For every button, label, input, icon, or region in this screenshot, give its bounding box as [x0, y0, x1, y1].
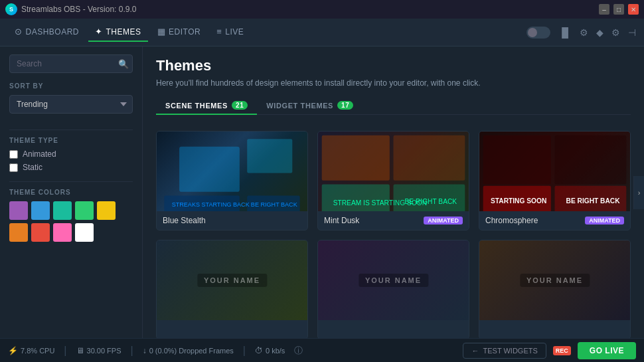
color-swatch-3[interactable] [75, 201, 94, 220]
bandwidth-icon: ⏱ [255, 346, 263, 355]
theme-card-blue-stealth[interactable]: Blue Stealth [156, 131, 308, 230]
sort-by-label: SORT BY [9, 82, 133, 90]
theme-image-r2c1 [157, 240, 307, 320]
bars-icon[interactable]: ▐▌ [558, 27, 572, 38]
dropped-value: 0 (0.0%) Dropped Frames [149, 347, 234, 355]
theme-label-r2c1 [157, 320, 307, 338]
theme-image-chromosphere [479, 132, 630, 211]
themes-header: Themes Here you'll find hundreds of desi… [143, 46, 644, 131]
color-swatch-0[interactable] [9, 201, 28, 220]
checkbox-static[interactable]: Static [9, 163, 133, 172]
nav-item-live[interactable]: ≡ LIVE [210, 23, 250, 42]
color-swatch-4[interactable] [97, 201, 116, 220]
content-area: Themes Here you'll find hundreds of desi… [143, 46, 644, 338]
tab-scene-badge: 21 [232, 101, 248, 110]
sort-select[interactable]: Trending Newest Popular [9, 95, 133, 114]
title-bar-left: S Streamlabs OBS - Version: 0.9.0 [5, 3, 136, 15]
theme-colors-label: THEME COLORS [9, 189, 133, 196]
theme-card-r2c2[interactable] [317, 240, 469, 338]
theme-label-r2c2 [318, 320, 469, 338]
nav-item-editor[interactable]: ▦ EDITOR [151, 23, 208, 42]
maximize-button[interactable]: □ [613, 4, 624, 15]
checkbox-animated-input[interactable] [9, 150, 18, 159]
title-bar: S Streamlabs OBS - Version: 0.9.0 – □ ✕ [0, 0, 644, 19]
fps-icon: 🖥 [76, 346, 84, 355]
page-description: Here you'll find hundreds of design elem… [156, 78, 631, 88]
theme-card-chromosphere[interactable]: Chromosphere ANIMATED [479, 131, 631, 230]
theme-label-mint-dusk: Mint Dusk ANIMATED [318, 211, 469, 230]
theme-card-r2c1[interactable] [156, 240, 308, 338]
cpu-icon: ⚡ [8, 346, 18, 355]
toggle-switch[interactable] [526, 27, 550, 39]
color-swatch-6[interactable] [31, 223, 50, 242]
bandwidth-value: 0 kb/s [266, 347, 285, 355]
editor-icon: ▦ [157, 27, 166, 37]
cpu-status: ⚡ 7.8% CPU [8, 346, 54, 355]
checkbox-animated[interactable]: Animated [9, 149, 133, 159]
dropped-status: ↓ 0 (0.0%) Dropped Frames [143, 346, 234, 355]
exit-icon[interactable]: ⊣ [628, 27, 636, 38]
color-swatch-2[interactable] [53, 201, 72, 220]
checkbox-static-input[interactable] [9, 163, 18, 172]
search-input[interactable] [9, 54, 133, 73]
theme-name-r2c3 [485, 325, 487, 334]
theme-label-chromosphere: Chromosphere ANIMATED [479, 211, 630, 230]
title-bar-controls[interactable]: – □ ✕ [599, 4, 639, 15]
search-button[interactable]: 🔍 [118, 59, 129, 69]
test-widgets-button[interactable]: ← TEST WIDGETS [463, 343, 546, 359]
nav-label-themes: THEMES [106, 27, 141, 37]
app-logo: S [5, 3, 17, 15]
app-title: Streamlabs OBS - Version: 0.9.0 [21, 5, 136, 14]
nav-label-live: LIVE [225, 27, 244, 37]
search-box: 🔍 [9, 54, 133, 73]
color-swatch-5[interactable] [9, 223, 28, 242]
status-bar: ⚡ 7.8% CPU | 🖥 30.00 FPS | ↓ 0 (0.0%) Dr… [0, 338, 644, 362]
close-button[interactable]: ✕ [628, 4, 639, 15]
theme-name-r2c2 [324, 325, 326, 334]
themes-grid: Blue Stealth Mint Dusk ANIMATED Chromosp… [143, 131, 644, 338]
dashboard-icon: ⊙ [15, 27, 23, 37]
status-left: ⚡ 7.8% CPU | 🖥 30.00 FPS | ↓ 0 (0.0%) Dr… [8, 345, 303, 357]
nav-label-dashboard: DASHBOARD [26, 27, 80, 37]
theme-label-r2c3 [479, 320, 630, 338]
tab-widget-themes[interactable]: WIDGET THEMES 17 [257, 97, 362, 115]
theme-image-mint-dusk [318, 132, 469, 211]
color-swatch-7[interactable] [53, 223, 72, 242]
theme-image-r2c3 [479, 240, 630, 320]
theme-image-r2c2 [318, 240, 469, 320]
sidebar-divider-1 [9, 130, 133, 130]
person-icon[interactable]: ⚙ [580, 27, 588, 38]
themes-icon: ✦ [95, 27, 103, 37]
theme-card-r2c3[interactable] [479, 240, 631, 338]
tab-scene-themes[interactable]: SCENE THEMES 21 [156, 97, 257, 115]
info-item[interactable]: ⓘ [294, 345, 303, 357]
minimize-button[interactable]: – [599, 4, 609, 15]
cpu-value: 7.8% CPU [21, 347, 54, 355]
theme-type-label: THEME TYPE [9, 137, 133, 144]
go-live-button[interactable]: GO LIVE [578, 342, 636, 359]
main-layout: 🔍 SORT BY Trending Newest Popular THEME … [0, 46, 644, 338]
nav-item-themes[interactable]: ✦ THEMES [88, 23, 148, 42]
settings-icon[interactable]: ⚙ [611, 27, 620, 38]
theme-name-chromosphere: Chromosphere [485, 216, 538, 225]
theme-label-blue-stealth: Blue Stealth [157, 211, 307, 230]
tabs-row: SCENE THEMES 21 WIDGET THEMES 17 [156, 97, 631, 115]
scroll-arrow[interactable]: › [633, 176, 644, 209]
theme-name-blue-stealth: Blue Stealth [163, 216, 206, 225]
discord-icon[interactable]: ◆ [596, 27, 604, 38]
nav-left: ⊙ DASHBOARD ✦ THEMES ▦ EDITOR ≡ LIVE [8, 23, 250, 42]
theme-card-mint-dusk[interactable]: Mint Dusk ANIMATED [317, 131, 469, 230]
bandwidth-status: ⏱ 0 kb/s [255, 346, 285, 355]
color-swatch-1[interactable] [31, 201, 50, 220]
fps-value: 30.00 FPS [87, 347, 121, 355]
info-icon: ⓘ [294, 345, 303, 357]
color-swatch-8[interactable] [75, 223, 94, 242]
separator-2: | [131, 345, 133, 357]
fps-status: 🖥 30.00 FPS [76, 346, 121, 355]
arrow-left-icon: ← [471, 347, 479, 355]
nav-item-dashboard[interactable]: ⊙ DASHBOARD [8, 23, 86, 42]
tab-widget-label: WIDGET THEMES [266, 102, 333, 110]
live-icon: ≡ [216, 27, 222, 37]
sidebar: 🔍 SORT BY Trending Newest Popular THEME … [0, 46, 143, 338]
tab-widget-badge: 17 [337, 101, 353, 110]
